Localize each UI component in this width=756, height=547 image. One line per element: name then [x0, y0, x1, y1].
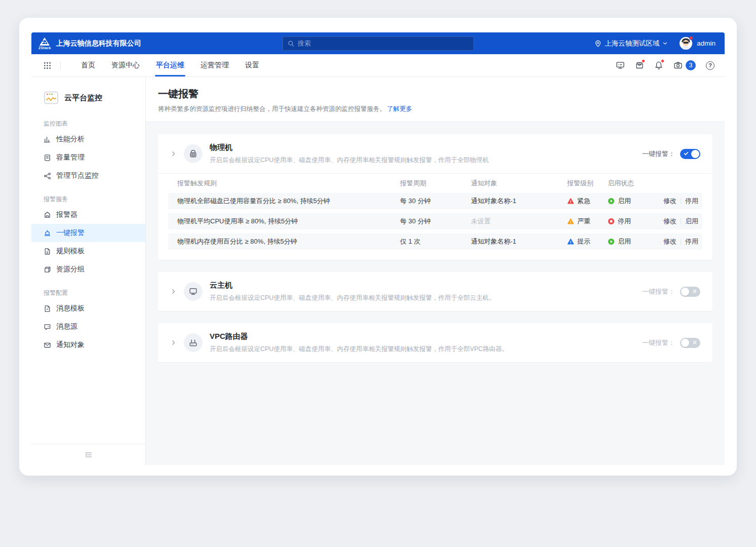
sidebar-title: 云平台监控	[64, 93, 102, 103]
nav-resource-center[interactable]: 资源中心	[103, 54, 148, 76]
sidebar-item-label: 消息模板	[56, 304, 85, 313]
disabled-status-icon	[608, 218, 615, 225]
table-row: 物理机内存使用百分比 ≥ 80%, 持续5分钟 仅 1 次 通知对象名称-1 提…	[168, 233, 702, 250]
node-share-icon	[44, 172, 51, 180]
card-vm-instance: 云主机 开启后会根据设定CPU使用率、磁盘使用率、内存使用率相关报警规则触发报警…	[158, 272, 712, 311]
sidebar-item-resource-group[interactable]: 资源分组	[31, 260, 145, 279]
vpc-router-icon	[184, 333, 203, 352]
status-text: 停用	[618, 217, 631, 226]
region-name: 上海云轴测试区域	[605, 39, 659, 48]
sidebar-item-message-template[interactable]: 消息模板	[31, 299, 145, 318]
status-text: 启用	[618, 197, 631, 206]
one-key-alarm-toggle[interactable]	[680, 287, 700, 297]
one-key-alarm-toggle[interactable]	[680, 338, 700, 348]
modify-action[interactable]: 修改	[663, 197, 677, 206]
region-selector[interactable]: 上海云轴测试区域	[594, 39, 668, 48]
sidebar-item-mgmt-node-monitor[interactable]: 管理节点监控	[31, 167, 145, 185]
info-level-icon	[567, 238, 574, 245]
x-icon	[692, 340, 697, 345]
tasks-icon[interactable]	[635, 61, 644, 70]
card-physical-host: 物理机 开启后会根据设定CPU使用率、磁盘使用率、内存使用率相关报警规则触发报警…	[158, 134, 712, 260]
page-header: 一键报警 将种类繁多的资源监控项进行归纳整合，用于快速建立各种资源的监控报警服务…	[146, 77, 725, 122]
card-description: 开启后会根据设定CPU使用率、磁盘使用率、内存使用率相关报警规则触发报警，作用于…	[210, 294, 495, 302]
apps-grid-icon[interactable]	[44, 62, 60, 69]
col-target: 通知对象	[471, 179, 567, 188]
one-key-alarm-icon	[44, 229, 51, 237]
enabled-status-icon	[608, 198, 615, 205]
snapshot-camera-icon[interactable]	[673, 61, 683, 70]
one-key-alarm-toggle-label: 一键报警：	[642, 149, 675, 159]
expand-chevron-icon[interactable]	[170, 150, 177, 157]
enable-action[interactable]: 启用	[685, 217, 698, 226]
sidebar: 云平台监控 监控图表 性能分析 容量管理	[31, 77, 146, 465]
bell-icon[interactable]	[654, 61, 663, 70]
sidebar-footer	[31, 444, 145, 465]
top-bar: ZStack 上海云轴信息科技有限公司 上海云轴测试区域	[31, 32, 725, 54]
search-input[interactable]	[298, 40, 469, 47]
help-icon[interactable]	[706, 61, 714, 70]
one-key-alarm-toggle[interactable]	[680, 149, 700, 159]
target-text: 未设置	[471, 217, 567, 226]
col-period: 报警周期	[400, 179, 471, 188]
level-text: 紧急	[577, 197, 590, 206]
card-description: 开启后会根据设定CPU使用率、磁盘使用率、内存使用率相关报警规则触发报警，作用于…	[210, 156, 489, 165]
main-panel: 一键报警 将种类繁多的资源监控项进行归纳整合，用于快速建立各种资源的监控报警服务…	[146, 77, 725, 465]
sidebar-item-notify-target[interactable]: 通知对象	[31, 336, 145, 354]
table-header-row: 报警触发规则 报警周期 通知对象 报警级别 启用状态	[168, 174, 702, 193]
col-level: 报警级别	[567, 179, 608, 188]
expand-chevron-icon[interactable]	[170, 339, 177, 346]
card-title: VPC路由器	[210, 332, 508, 341]
sidebar-item-message-source[interactable]: 消息源	[31, 318, 145, 336]
one-key-alarm-toggle-label: 一键报警：	[642, 338, 675, 347]
learn-more-link[interactable]: 了解更多	[387, 105, 412, 112]
nav-platform-ops[interactable]: 平台运维	[148, 54, 192, 76]
sidebar-group-alarm-config: 报警配置	[44, 289, 145, 297]
modify-action[interactable]: 修改	[663, 237, 677, 246]
sidebar-item-rule-template[interactable]: 规则模板	[31, 242, 145, 260]
nav-home[interactable]: 首页	[73, 54, 103, 76]
company-name: 上海云轴信息科技有限公司	[56, 39, 141, 48]
message-template-icon	[44, 305, 51, 312]
nav-operation-mgmt[interactable]: 运营管理	[192, 54, 237, 76]
vm-instance-icon	[184, 282, 203, 301]
content-area: 物理机 开启后会根据设定CPU使用率、磁盘使用率、内存使用率相关报警规则触发报警…	[146, 122, 725, 465]
console-icon[interactable]	[616, 61, 625, 70]
bell-badge-dot	[661, 59, 664, 63]
location-pin-icon	[594, 40, 602, 47]
disable-action[interactable]: 停用	[685, 197, 698, 206]
modify-action[interactable]: 修改	[663, 217, 677, 226]
disable-action[interactable]: 停用	[685, 237, 698, 246]
avatar	[679, 36, 693, 50]
sidebar-item-alarm[interactable]: 报警器	[31, 206, 145, 224]
sidebar-item-label: 消息源	[56, 322, 77, 331]
capacity-icon	[44, 154, 51, 162]
one-key-alarm-toggle-label: 一键报警：	[642, 287, 675, 296]
rule-template-icon	[44, 248, 51, 255]
major-level-icon	[567, 218, 574, 225]
period-text: 每 30 分钟	[400, 217, 471, 226]
sidebar-item-performance-analysis[interactable]: 性能分析	[31, 130, 145, 148]
table-row: 物理机全部磁盘已使用容量百分比 ≥ 80%, 持续5分钟 每 30 分钟 通知对…	[168, 193, 702, 209]
action-divider	[681, 239, 681, 245]
sidebar-header: 云平台监控	[31, 90, 145, 109]
snapshot-count-badge[interactable]: 3	[686, 60, 696, 70]
user-menu[interactable]: admin	[679, 36, 715, 50]
rule-text: 物理机内存使用百分比 ≥ 80%, 持续5分钟	[177, 237, 400, 246]
expand-chevron-icon[interactable]	[170, 288, 177, 295]
tasks-badge-dot	[642, 59, 645, 63]
search-icon	[288, 40, 294, 47]
level-text: 严重	[577, 217, 590, 226]
global-search[interactable]	[283, 36, 474, 51]
sidebar-item-one-key-alarm[interactable]: 一键报警	[31, 224, 145, 242]
table-row: 物理机平均CPU使用率 ≥ 80%, 持续5分钟 每 30 分钟 未设置 严重	[168, 213, 702, 229]
target-text: 通知对象名称-1	[471, 197, 567, 206]
zstack-logo-text: ZStack	[38, 46, 51, 50]
page-title: 一键报警	[158, 87, 712, 101]
alarm-icon	[44, 211, 51, 219]
target-text: 通知对象名称-1	[471, 237, 567, 246]
critical-level-icon	[567, 198, 574, 205]
nav-settings[interactable]: 设置	[237, 54, 267, 76]
collapse-sidebar-icon[interactable]	[85, 451, 93, 459]
sidebar-item-capacity-management[interactable]: 容量管理	[31, 148, 145, 167]
enabled-status-icon	[608, 238, 615, 245]
